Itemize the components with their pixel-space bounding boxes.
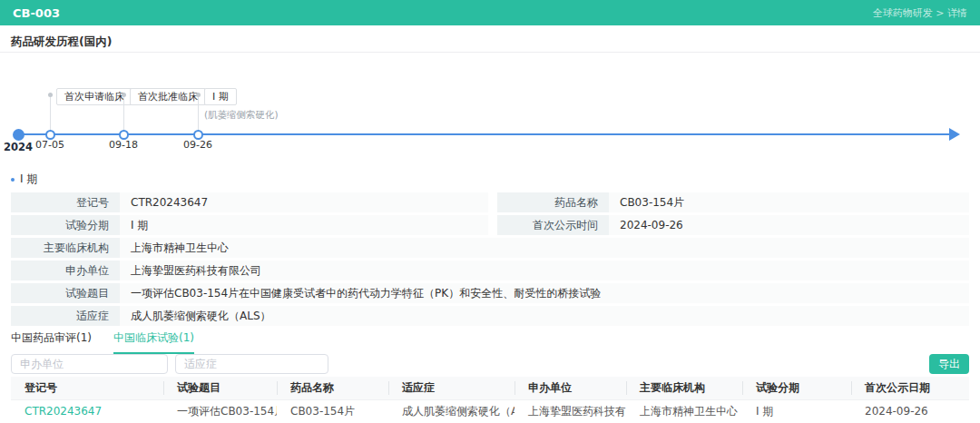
field-value: 成人肌萎缩侧索硬化（ALS） [120, 306, 969, 326]
column-header: 申办单位 [514, 377, 626, 399]
milestone-connector-dot [48, 93, 53, 97]
milestone-date: 09-26 [183, 139, 212, 151]
field-label: 登记号 [11, 192, 120, 212]
phase-section-header: I 期 [11, 172, 37, 187]
top-bar: CB-003 全球药物研发 > 详情 [0, 0, 980, 25]
breadcrumb[interactable]: 全球药物研发 > 详情 [873, 6, 967, 20]
column-header: 药品名称 [277, 377, 388, 399]
field-value: 上海市精神卫生中心 [120, 238, 969, 258]
divider [0, 52, 980, 53]
sponsor-filter-input[interactable] [11, 354, 168, 374]
field-label: 主要临床机构 [11, 238, 120, 258]
registration-number-link[interactable]: CTR20243647 [24, 405, 102, 418]
detail-row: 试验题目 一项评估CB03-154片在中国健康受试者中的药代动力学特征（PK）和… [0, 283, 980, 303]
tab-china-drug-review[interactable]: 中国药品审评(1) [11, 330, 92, 354]
milestone-connector-dot [196, 93, 201, 97]
milestone-label: I 期 [204, 88, 237, 105]
detail-row: 适应症 成人肌萎缩侧索硬化（ALS） [0, 306, 980, 326]
table-header-row: 登记号 试验题目 药品名称 适应症 申办单位 主要临床机构 试验分期 首次公示日… [11, 377, 969, 399]
cell-indication: 成人肌萎缩侧索硬化（ALS） [388, 399, 514, 423]
timeline-start-dot [13, 129, 24, 141]
clinical-trials-table: 登记号 试验题目 药品名称 适应症 申办单位 主要临床机构 试验分期 首次公示日… [11, 377, 969, 423]
export-button[interactable]: 导出 [929, 354, 969, 374]
field-value: CTR20243647 [120, 192, 488, 212]
cell-first-publicity-date: 2024-09-26 [851, 399, 969, 423]
tab-china-clinical-trials[interactable]: 中国临床试验(1) [113, 330, 194, 354]
cell-phase: I 期 [742, 399, 851, 423]
column-header: 试验题目 [163, 377, 277, 399]
field-label: 药品名称 [497, 192, 609, 212]
field-label: 申办单位 [11, 261, 120, 280]
milestone-date: 09-18 [109, 139, 138, 151]
column-header: 首次公示日期 [851, 377, 969, 399]
column-header: 适应症 [388, 377, 514, 399]
field-value: 上海挚盟医药科技有限公司 [120, 261, 969, 280]
page-title: CB-003 [13, 6, 60, 20]
milestone-connector-dot [122, 93, 126, 97]
detail-row: 试验分期 I 期 首次公示时间 2024-09-26 [0, 215, 980, 235]
section-title: 药品研发历程(国内) [11, 34, 112, 50]
field-label: 试验分期 [11, 215, 120, 235]
timeline-year-label: 2024 [4, 141, 33, 153]
detail-row: 申办单位 上海挚盟医药科技有限公司 [0, 261, 980, 280]
milestone-date: 07-05 [35, 139, 64, 151]
cell-drug-name: CB03-154片 [277, 399, 388, 423]
cell-trial-title: 一项评估CB03-154片在中… [163, 399, 277, 423]
table-row: CTR20243647 一项评估CB03-154片在中… CB03-154片 成… [11, 399, 969, 423]
phase-label: I 期 [20, 172, 37, 187]
column-header: 主要临床机构 [626, 377, 742, 399]
milestone-note: (肌萎缩侧索硬化) [204, 109, 279, 122]
detail-row: 主要临床机构 上海市精神卫生中心 [0, 238, 980, 258]
bullet-icon [11, 178, 15, 182]
field-label: 适应症 [11, 306, 120, 326]
drug-detail-page: CB-003 全球药物研发 > 详情 药品研发历程(国内) 2024 首次申请临… [0, 0, 980, 423]
cell-sponsor: 上海挚盟医药科技有限公司 [514, 399, 626, 423]
field-value: I 期 [120, 215, 488, 235]
field-value: 2024-09-26 [609, 215, 969, 235]
tab-bar: 中国药品审评(1) 中国临床试验(1) [11, 330, 194, 354]
milestone-label: 首次批准临床 [130, 88, 206, 105]
timeline-line [18, 133, 951, 135]
indication-filter-input[interactable] [175, 354, 328, 374]
milestone-label: 首次申请临床 [56, 88, 132, 105]
field-value: CB03-154片 [609, 192, 969, 212]
field-value: 一项评估CB03-154片在中国健康受试者中的药代动力学特征（PK）和安全性、耐… [120, 283, 969, 303]
field-label: 首次公示时间 [497, 215, 609, 235]
timeline-arrow-icon [949, 128, 960, 141]
cell-institution: 上海市精神卫生中心 [626, 399, 742, 423]
detail-row: 登记号 CTR20243647 药品名称 CB03-154片 [0, 192, 980, 212]
column-header: 登记号 [11, 377, 163, 399]
column-header: 试验分期 [742, 377, 851, 399]
field-label: 试验题目 [11, 283, 120, 303]
